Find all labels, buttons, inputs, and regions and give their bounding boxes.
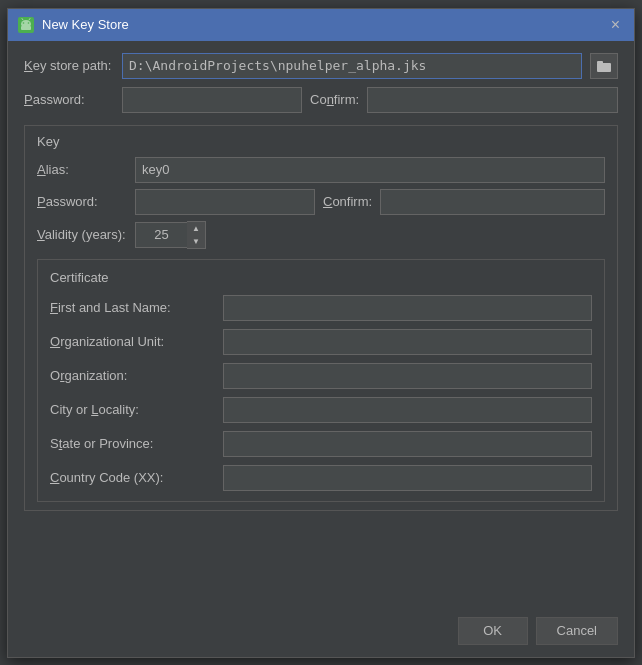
certificate-label: Certificate — [50, 270, 592, 285]
cancel-button[interactable]: Cancel — [536, 617, 618, 645]
organization-input[interactable] — [223, 363, 592, 389]
cert-label-first-last-name: First and Last Name: — [50, 300, 215, 315]
spinner-down-button[interactable]: ▼ — [187, 235, 205, 248]
validity-label: Validity (years): — [37, 227, 127, 242]
dialog-content: Key store path: Password: Confirm: — [8, 41, 634, 609]
cert-row-org-unit: Organizational Unit: — [50, 329, 592, 355]
new-key-store-dialog: New Key Store × Key store path: — [7, 8, 635, 658]
top-password-input[interactable] — [122, 87, 302, 113]
cert-row-organization: Organization: — [50, 363, 592, 389]
keystore-path-input[interactable] — [122, 53, 582, 79]
top-password-row: Password: Confirm: — [24, 87, 618, 113]
title-bar-left: New Key Store — [18, 17, 129, 33]
close-button[interactable]: × — [607, 15, 624, 35]
city-locality-input[interactable] — [223, 397, 592, 423]
key-section: Key Alias: Password: — [24, 125, 618, 511]
svg-point-3 — [28, 22, 30, 24]
dialog-title: New Key Store — [42, 17, 129, 32]
title-bar: New Key Store × — [8, 9, 634, 41]
svg-point-2 — [23, 22, 25, 24]
key-confirm-input[interactable] — [380, 189, 605, 215]
cert-label-city-locality: City or Locality: — [50, 402, 215, 417]
cert-row-first-last-name: First and Last Name: — [50, 295, 592, 321]
key-password-label: Password: — [37, 194, 127, 209]
cert-label-state-province: State or Province: — [50, 436, 215, 451]
alias-input[interactable] — [135, 157, 605, 183]
alias-label: Alias: — [37, 162, 127, 177]
validity-spinner: ▲ ▼ — [135, 221, 206, 249]
first-last-name-input[interactable] — [223, 295, 592, 321]
validity-row: Validity (years): ▲ ▼ — [37, 221, 605, 249]
android-icon — [18, 17, 34, 33]
country-code-input[interactable] — [223, 465, 592, 491]
key-section-inner: Alias: Password: Confirm: — [37, 157, 605, 502]
cert-label-country-code: Country Code (XX): — [50, 470, 215, 485]
keystore-path-label: Key store path: — [24, 58, 114, 73]
key-password-row: Password: Confirm: — [37, 189, 605, 215]
top-password-label: Password: — [24, 92, 114, 107]
svg-rect-6 — [21, 26, 31, 30]
alias-row: Alias: — [37, 157, 605, 183]
cert-row-country-code: Country Code (XX): — [50, 465, 592, 491]
svg-rect-8 — [597, 61, 603, 64]
certificate-rows: First and Last Name: Organizational Unit… — [50, 295, 592, 491]
folder-icon — [597, 60, 611, 72]
cert-row-state-province: State or Province: — [50, 431, 592, 457]
spinner-up-button[interactable]: ▲ — [187, 222, 205, 235]
cert-label-org-unit: Organizational Unit: — [50, 334, 215, 349]
cert-label-organization: Organization: — [50, 368, 215, 383]
spinner-buttons: ▲ ▼ — [187, 221, 206, 249]
ok-button[interactable]: OK — [458, 617, 528, 645]
org-unit-input[interactable] — [223, 329, 592, 355]
certificate-section: Certificate First and Last Name: — [37, 259, 605, 502]
key-confirm-label: Confirm: — [323, 194, 372, 209]
validity-input[interactable] — [135, 222, 187, 248]
cert-row-city-locality: City or Locality: — [50, 397, 592, 423]
dialog-footer: OK Cancel — [8, 609, 634, 657]
svg-rect-7 — [597, 63, 611, 72]
browse-button[interactable] — [590, 53, 618, 79]
state-province-input[interactable] — [223, 431, 592, 457]
key-section-label: Key — [37, 134, 605, 149]
top-confirm-input[interactable] — [367, 87, 618, 113]
keystore-path-row: Key store path: — [24, 53, 618, 79]
top-confirm-label: Confirm: — [310, 92, 359, 107]
key-password-input[interactable] — [135, 189, 315, 215]
